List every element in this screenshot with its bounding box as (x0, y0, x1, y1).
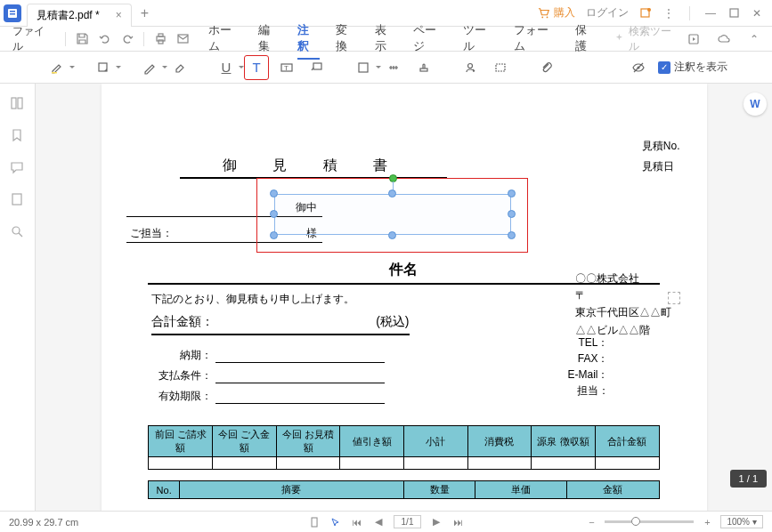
app-icon (4, 4, 21, 22)
callout-tool[interactable] (305, 55, 329, 80)
svg-rect-24 (12, 98, 16, 109)
collapse-ribbon-icon[interactable]: ⌃ (744, 28, 765, 50)
minimize-button[interactable]: — (704, 7, 717, 20)
signature-tool[interactable] (458, 55, 483, 80)
textbox-tool[interactable]: T (274, 55, 299, 80)
new-tab-button[interactable]: + (141, 5, 149, 21)
undo-icon[interactable] (94, 28, 116, 50)
svg-rect-9 (158, 34, 163, 36)
area-tool[interactable] (488, 55, 513, 80)
word-export-button[interactable]: W (744, 93, 767, 116)
print-icon[interactable] (150, 28, 171, 50)
redo-icon[interactable] (118, 28, 139, 50)
bookmark-icon[interactable] (10, 128, 26, 144)
svg-point-3 (541, 16, 543, 18)
fit-page-icon[interactable] (308, 516, 321, 528)
notify-icon[interactable] (639, 7, 652, 20)
resize-handle-e[interactable] (508, 210, 516, 218)
resize-handle-sw[interactable] (270, 231, 278, 239)
svg-rect-17 (313, 63, 321, 69)
page-dimensions: 20.99 x 29.7 cm (9, 517, 78, 528)
thumbnails-icon[interactable] (10, 96, 26, 112)
last-page-icon[interactable]: ⏭ (451, 516, 464, 528)
svg-rect-25 (18, 98, 22, 109)
svg-rect-1 (10, 11, 15, 12)
tab-close-icon[interactable]: × (116, 9, 122, 21)
next-page-icon[interactable]: ▶ (430, 516, 443, 528)
sparkle-icon (614, 33, 625, 44)
pencil-tool[interactable] (137, 55, 162, 80)
measure-tool[interactable] (381, 55, 406, 80)
cursor-mode-icon[interactable] (329, 516, 342, 528)
text-annotation-selection[interactable] (274, 194, 511, 235)
svg-text:T: T (284, 64, 288, 72)
left-sidebar (0, 84, 36, 511)
search-tool[interactable]: 検索ツール (614, 24, 681, 54)
contact-info: TEL： FAX： E-Mail： 担当： (567, 335, 608, 399)
more-icon[interactable]: ⋮ (662, 7, 675, 20)
chevron-down-icon: ▾ (752, 517, 757, 527)
save-icon[interactable] (71, 28, 93, 50)
resize-handle-w[interactable] (270, 210, 278, 218)
resize-handle-nw[interactable] (270, 189, 278, 197)
resize-handle-se[interactable] (508, 231, 516, 239)
highlight-tool[interactable] (45, 55, 69, 80)
cloud-icon[interactable] (713, 28, 735, 50)
first-page-icon[interactable]: ⏮ (351, 516, 363, 528)
svg-rect-13 (52, 72, 57, 74)
main-area: 御 見 積 書 見積No. 見積日 御中 ご担当： 様 件名 下記のとおり、御見… (0, 84, 772, 511)
note-tool[interactable] (91, 55, 116, 80)
resize-handle-s[interactable] (388, 231, 396, 239)
checkbox-checked-icon: ✓ (658, 61, 670, 74)
maximize-button[interactable] (727, 7, 740, 20)
attach-tool[interactable] (534, 55, 559, 80)
search-panel-icon[interactable] (10, 224, 26, 240)
cart-icon (538, 7, 550, 20)
tab-title: 見積書2.pdf * (37, 8, 100, 23)
company-info: 〇〇株式会社 〒 東京千代田区△△町 △△ビル△△階 (575, 270, 671, 339)
resize-handle-ne[interactable] (508, 189, 516, 197)
document-canvas[interactable]: 御 見 積 書 見積No. 見積日 御中 ご担当： 様 件名 下記のとおり、御見… (36, 84, 772, 511)
zoom-select[interactable]: 100%▾ (720, 515, 763, 528)
svg-rect-2 (10, 13, 15, 15)
attachment-panel-icon[interactable] (10, 192, 26, 208)
svg-point-6 (647, 8, 651, 12)
doc-title: 御 見 積 書 (180, 157, 447, 179)
svg-point-20 (468, 63, 473, 68)
page-input[interactable]: 1/1 (394, 515, 422, 528)
share-icon[interactable] (683, 28, 704, 50)
text-tool[interactable]: T (244, 55, 269, 80)
show-annotations-toggle[interactable]: ✓ 注釈を表示 (658, 60, 727, 75)
close-button[interactable]: ✕ (751, 7, 763, 20)
svg-point-27 (12, 227, 20, 234)
stamp-placeholder (668, 292, 680, 304)
file-menu[interactable]: ファイル (7, 24, 60, 54)
annotation-toolbar: U T T ✓ 注釈を表示 (0, 52, 772, 84)
resize-handle-n[interactable] (388, 189, 396, 197)
summary-table: 前回 ご請求額 今回 ご入金額 今回 お見積額 値引き額 小計 消費税 源泉 徴… (148, 425, 659, 470)
page: 御 見 積 書 見積No. 見積日 御中 ご担当： 様 件名 下記のとおり、御見… (102, 84, 707, 511)
svg-line-28 (19, 233, 22, 237)
menu-bar: ファイル ホーム 編集 注釈 変換 表示 ページ ツール フォーム 保護 検索ツ… (0, 27, 772, 52)
page-indicator: 1 / 1 (730, 470, 767, 488)
detail-table: No. 摘要 数量 単価 金額 (148, 480, 659, 499)
comment-icon[interactable] (10, 160, 26, 176)
total-line: 合計金額： (税込) (151, 314, 410, 335)
zoom-slider[interactable] (605, 520, 694, 523)
prev-page-icon[interactable]: ◀ (372, 516, 385, 528)
svg-rect-19 (420, 69, 427, 71)
shape-tool[interactable] (351, 55, 376, 80)
svg-rect-10 (158, 40, 163, 44)
email-icon[interactable] (173, 28, 194, 50)
hide-annot-tool[interactable] (626, 55, 651, 80)
zoom-out-icon[interactable]: − (585, 516, 597, 528)
status-bar: 20.99 x 29.7 cm ⏮ ◀ 1/1 ▶ ⏭ − + 100%▾ (0, 511, 772, 532)
zoom-in-icon[interactable]: + (701, 516, 713, 528)
svg-rect-21 (496, 64, 505, 71)
stamp-tool[interactable] (411, 55, 436, 80)
underline-tool[interactable]: U (214, 55, 239, 80)
zoom-slider-thumb[interactable] (631, 517, 640, 526)
eraser-tool[interactable] (167, 55, 192, 80)
text-frame[interactable] (274, 194, 511, 235)
svg-point-4 (547, 16, 549, 18)
